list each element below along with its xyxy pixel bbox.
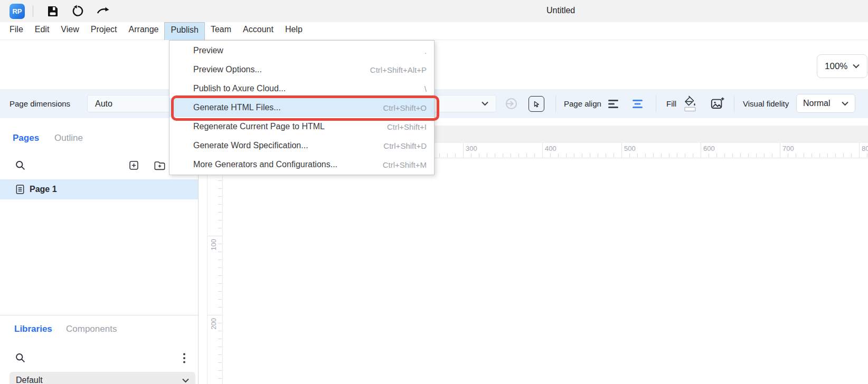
menu-item-preview-options[interactable]: Preview Options... Ctrl+Shift+Alt+P bbox=[169, 60, 434, 79]
menu-file[interactable]: File bbox=[4, 22, 29, 40]
ruler-tick bbox=[218, 275, 222, 276]
ruler-tick bbox=[479, 153, 479, 157]
menu-item-label: More Generators and Configurations... bbox=[193, 160, 337, 169]
ruler-tick bbox=[661, 153, 662, 157]
tab-outline[interactable]: Outline bbox=[54, 133, 83, 143]
menu-item-regenerate-current-page[interactable]: Regenerate Current Page to HTML Ctrl+Shi… bbox=[169, 117, 434, 136]
ruler-label: 700 bbox=[782, 145, 794, 152]
ruler-tick bbox=[511, 153, 511, 157]
fill-color-button[interactable] bbox=[682, 94, 698, 112]
enter-arrow-icon bbox=[504, 97, 518, 111]
pages-search-button[interactable] bbox=[15, 160, 26, 171]
page-list-item-selected[interactable]: Page 1 bbox=[0, 179, 198, 199]
pointer-mode-button[interactable] bbox=[529, 96, 544, 112]
ruler-tick bbox=[827, 153, 828, 157]
add-folder-button[interactable] bbox=[154, 160, 166, 171]
add-image-icon bbox=[710, 97, 724, 111]
menu-item-shortcut: . bbox=[424, 46, 427, 55]
options-divider bbox=[734, 95, 734, 112]
align-left-icon bbox=[607, 98, 620, 110]
ruler-tick bbox=[812, 153, 812, 157]
libraries-search-button[interactable] bbox=[15, 352, 26, 363]
document-title: Untitled bbox=[546, 6, 575, 15]
ruler-tick bbox=[218, 354, 222, 355]
ruler-tick bbox=[218, 323, 222, 323]
tab-libraries[interactable]: Libraries bbox=[14, 324, 52, 334]
menu-item-label: Generate Word Specification... bbox=[193, 141, 308, 150]
add-page-button[interactable] bbox=[128, 160, 139, 171]
undo-button[interactable] bbox=[71, 5, 84, 17]
ruler-major-tick bbox=[859, 143, 860, 158]
ruler-tick bbox=[764, 153, 765, 157]
ruler-tick bbox=[503, 153, 503, 157]
ruler-tick bbox=[218, 228, 222, 228]
ruler-tick bbox=[598, 153, 598, 157]
ruler-tick bbox=[740, 153, 741, 157]
ruler-tick bbox=[526, 153, 527, 157]
tab-pages[interactable]: Pages bbox=[13, 133, 39, 143]
ruler-tick bbox=[218, 252, 222, 252]
menu-item-shortcut: Ctrl+Shift+Alt+P bbox=[370, 65, 427, 74]
page-align-center-button[interactable] bbox=[631, 98, 644, 110]
menu-arrange[interactable]: Arrange bbox=[123, 22, 165, 40]
menu-item-generate-html-files[interactable]: Generate HTML Files... Ctrl+Shift+O bbox=[169, 98, 434, 117]
redo-button[interactable] bbox=[96, 5, 109, 17]
menu-item-label: Regenerate Current Page to HTML bbox=[193, 122, 325, 131]
app-logo: RP bbox=[10, 4, 25, 19]
library-select-value: Default bbox=[16, 376, 43, 384]
libraries-menu-button[interactable] bbox=[182, 352, 186, 364]
ruler-tick bbox=[582, 153, 582, 157]
add-folder-icon bbox=[154, 160, 166, 171]
ruler-tick bbox=[471, 153, 471, 157]
page-align-left-button[interactable] bbox=[607, 98, 620, 110]
menu-item-label: Publish to Axure Cloud... bbox=[193, 84, 286, 93]
ruler-major-tick bbox=[207, 315, 222, 315]
ruler-label: 400 bbox=[545, 145, 556, 152]
ruler-label: 500 bbox=[624, 145, 636, 152]
ruler-tick bbox=[218, 180, 222, 181]
ruler-tick bbox=[796, 153, 796, 157]
save-button[interactable] bbox=[46, 5, 59, 17]
ruler-tick bbox=[772, 153, 772, 157]
ruler-tick bbox=[534, 153, 535, 157]
menu-edit[interactable]: Edit bbox=[29, 22, 55, 40]
menu-team[interactable]: Team bbox=[205, 22, 237, 40]
tab-components[interactable]: Components bbox=[66, 324, 117, 334]
menu-item-shortcut: Ctrl+Shift+I bbox=[387, 122, 427, 131]
menu-item-publish-to-axure-cloud[interactable]: Publish to Axure Cloud... \ bbox=[169, 79, 434, 98]
menu-item-generate-word-specification[interactable]: Generate Word Specification... Ctrl+Shif… bbox=[169, 136, 434, 155]
add-page-icon bbox=[128, 160, 139, 171]
ruler-tick bbox=[590, 153, 590, 157]
ruler-major-tick bbox=[463, 143, 464, 158]
ruler-tick bbox=[218, 307, 222, 308]
options-divider bbox=[656, 95, 656, 112]
menu-item-more-generators[interactable]: More Generators and Configurations... Ct… bbox=[169, 155, 434, 174]
ruler-tick bbox=[756, 153, 757, 157]
image-fill-button[interactable] bbox=[710, 97, 724, 111]
ruler-tick bbox=[495, 153, 495, 157]
menu-publish[interactable]: Publish bbox=[164, 22, 204, 40]
ruler-tick bbox=[677, 153, 677, 157]
visual-fidelity-select[interactable]: Normal bbox=[796, 94, 855, 113]
zoom-level-value: 100% bbox=[825, 61, 847, 72]
chevron-down-icon bbox=[182, 378, 189, 383]
menu-item-shortcut: Ctrl+Shift+O bbox=[383, 103, 427, 112]
menu-account[interactable]: Account bbox=[237, 22, 279, 40]
ruler-tick bbox=[218, 204, 222, 205]
paint-bucket-icon bbox=[682, 94, 698, 112]
visual-fidelity-label: Visual fidelity bbox=[743, 99, 789, 108]
ruler-label: 600 bbox=[703, 145, 715, 152]
menu-project[interactable]: Project bbox=[85, 22, 123, 40]
menu-item-preview[interactable]: Preview . bbox=[169, 41, 434, 60]
menu-bar: File Edit View Project Arrange Publish T… bbox=[0, 22, 868, 40]
vertical-ruler: 0100200 bbox=[207, 158, 223, 384]
ruler-tick bbox=[835, 153, 836, 157]
options-divider bbox=[555, 95, 556, 112]
menu-view[interactable]: View bbox=[55, 22, 84, 40]
menu-help[interactable]: Help bbox=[279, 22, 308, 40]
ruler-label: 300 bbox=[466, 145, 477, 152]
ruler-tick bbox=[218, 220, 222, 220]
library-select[interactable]: Default bbox=[10, 372, 195, 384]
redo-icon bbox=[96, 5, 109, 17]
zoom-level-select[interactable]: 100% bbox=[817, 54, 867, 78]
